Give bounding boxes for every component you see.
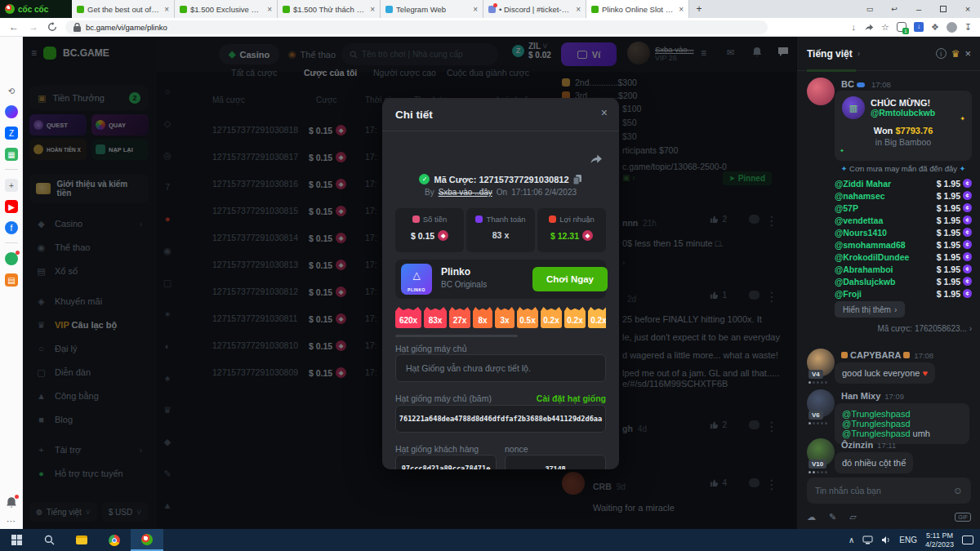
winners-show-more[interactable]: Hiển thị thêm› <box>835 301 905 318</box>
multiplier-chip[interactable]: 27x <box>449 307 470 328</box>
share-icon[interactable] <box>863 22 874 32</box>
cart-icon[interactable]: ▤ <box>5 273 18 287</box>
tab-close-icon[interactable]: × <box>370 5 375 14</box>
browser-tab[interactable]: $1.500 Thử thách Uy tín Plink× <box>278 0 381 18</box>
multiplier-chip[interactable]: 0.2x <box>564 307 586 328</box>
chat-input[interactable]: Tin nhắn của bạn ☺ <box>807 478 971 504</box>
pen-icon[interactable]: ✎ <box>829 512 836 522</box>
message-bub​ble[interactable]: @Trungleshpasd @Trungleshpasd @Trunglesh… <box>835 403 969 444</box>
rain-winner-row[interactable]: @nahamsec$ 1.95¢ <box>835 189 972 202</box>
server-seed-field[interactable]: Hạt Giống vẫn chưa được tiết lộ. <box>395 354 606 382</box>
minimize-button[interactable]: – <box>906 0 931 18</box>
history-icon[interactable]: ⟲ <box>5 84 18 97</box>
rain-winner-row[interactable]: @Nours1410$ 1.95¢ <box>835 226 972 238</box>
multiplier-chip[interactable]: 3x <box>495 307 514 328</box>
coccoc-taskbar-icon[interactable] <box>131 529 163 551</box>
bet-username[interactable]: Sxba vào ..đây <box>439 188 492 197</box>
bc-avatar[interactable] <box>807 78 835 105</box>
modal-share-icon[interactable] <box>588 152 603 168</box>
reload-button[interactable] <box>47 22 57 32</box>
hidden-icons-chevron[interactable]: ∧ <box>849 535 854 544</box>
start-button[interactable] <box>0 529 33 551</box>
server-seed-hash-field[interactable]: 761221a648dea4788d8d46dfdfaf2b3688eb4411… <box>395 405 606 433</box>
rain-winner-row[interactable]: @57P$ 1.95¢ <box>835 202 972 214</box>
action-center-icon[interactable] <box>962 535 973 544</box>
add-icon[interactable]: + <box>5 179 18 192</box>
file-explorer-icon[interactable] <box>65 529 98 551</box>
multiplier-chip[interactable]: 620x <box>395 307 421 328</box>
copy-icon[interactable] <box>573 175 582 184</box>
modal-close-icon[interactable]: × <box>601 106 608 119</box>
rain-winner-row[interactable]: @smohammad68$ 1.95¢ <box>835 238 972 251</box>
tab-close-icon[interactable]: × <box>576 5 581 14</box>
taskbar-clock[interactable]: 5:11 PM4/2/2023 <box>925 531 954 549</box>
coccoc-brand[interactable]: cốc cốc <box>0 0 72 18</box>
browser-tab[interactable]: Telegram Web× <box>381 0 483 18</box>
rain-drop-icon[interactable]: ☁ <box>807 512 816 522</box>
url-field[interactable]: bc.game/vi/game/plinko <box>65 20 768 34</box>
rain-winner-row[interactable]: @Froji$ 1.95¢ <box>835 287 972 300</box>
network-icon[interactable] <box>862 535 873 544</box>
play-now-button[interactable]: Chơi Ngay <box>532 267 608 291</box>
new-tab-button[interactable]: + <box>689 0 709 18</box>
multiplier-chip[interactable]: 0.5x <box>517 307 538 328</box>
chrome-icon[interactable] <box>98 529 131 551</box>
message-bub​ble[interactable]: good luck everyone ♥ <box>835 362 935 384</box>
plinko-tile-icon[interactable]: △ PLINKO <box>401 264 432 295</box>
rain-winner-row[interactable]: @vendettaa$ 1.95¢ <box>835 214 972 226</box>
tab-close-icon[interactable]: × <box>679 5 684 14</box>
browser-tab[interactable]: Get the best out of sports be× <box>72 0 175 18</box>
history-back-icon[interactable]: ↩ <box>882 0 906 18</box>
emoji-icon[interactable]: ☺ <box>953 485 963 496</box>
multiplier-chip[interactable]: 8x <box>473 307 492 328</box>
adblock-icon[interactable]: 1 <box>897 22 906 32</box>
browser-tab[interactable]: • Discord | #ticket-9088 | BC× <box>483 0 586 18</box>
bookmark-star-icon[interactable]: ☆ <box>881 22 889 33</box>
congrats-winner[interactable]: @Rmtolubckwb <box>871 108 935 118</box>
rain-winner-row[interactable]: @KrokodilDundee$ 1.95¢ <box>835 251 972 263</box>
messenger-icon[interactable] <box>5 105 18 118</box>
games-icon[interactable]: ▦ <box>5 148 18 161</box>
multiplier-chip[interactable]: 0.2x <box>588 307 606 328</box>
tab-close-icon[interactable]: × <box>473 5 478 14</box>
downloads-tray-icon[interactable]: ↧ <box>964 22 972 33</box>
chips-scrollbar[interactable] <box>395 335 518 337</box>
language-indicator[interactable]: ENG <box>899 535 917 544</box>
tab-close-icon[interactable]: × <box>267 5 272 14</box>
browser-tab[interactable]: Plinko Online Slot - Play onli× <box>586 0 689 18</box>
close-button[interactable]: × <box>956 0 980 18</box>
capture-icon[interactable] <box>5 252 18 265</box>
tab-close-icon[interactable]: × <box>164 5 169 14</box>
download-manager-icon[interactable]: ↓ <box>914 22 924 32</box>
extensions-icon[interactable]: ❖ <box>931 22 939 33</box>
rain-winner-row[interactable]: @Ziddi Mahar$ 1.95¢ <box>835 177 972 189</box>
message-bub​ble[interactable]: đó nhiều cột thế <box>835 452 913 473</box>
profile-avatar[interactable] <box>947 22 957 33</box>
rain-winner-row[interactable]: @Abrahamboi$ 1.95¢ <box>835 263 972 275</box>
sidebar-bell-icon[interactable] <box>6 496 17 512</box>
forward-button[interactable]: → <box>28 21 39 33</box>
maximize-button[interactable] <box>931 0 956 18</box>
back-button[interactable]: ← <box>8 21 20 33</box>
facebook-icon[interactable]: f <box>5 221 18 234</box>
client-seed-field[interactable]: 97ccc8d21a89cca78471e <box>395 455 497 469</box>
nonce-field[interactable]: 37148 <box>505 455 606 469</box>
gif-icon[interactable]: GIF <box>955 513 971 522</box>
volume-icon[interactable] <box>881 535 891 544</box>
youtube-icon[interactable]: ▶ <box>5 200 18 213</box>
trophy-icon[interactable]: ♛ <box>951 48 960 60</box>
reader-mode-icon[interactable]: ▭ <box>858 0 882 18</box>
browser-tab[interactable]: $1.500 Exclusive Weekend Pli× <box>175 0 278 18</box>
rain-winner-row[interactable]: @Dahslujckwb$ 1.95¢ <box>835 275 972 287</box>
chat-room-select[interactable]: Tiếng việt <box>807 48 853 60</box>
bet-ref-link[interactable]: Mã cược: 1762058623... › <box>835 324 972 333</box>
save-page-icon[interactable]: ↓ <box>852 22 857 32</box>
taskbar-search-icon[interactable] <box>33 529 65 551</box>
zalo-icon[interactable]: Z <box>5 127 18 140</box>
multiplier-chip[interactable]: 0.2x <box>541 307 562 328</box>
info-icon[interactable]: i <box>936 48 947 59</box>
seed-settings-link[interactable]: Cài đặt hạt giống <box>537 393 606 403</box>
multiplier-chip[interactable]: 83x <box>424 307 447 328</box>
sidebar-more-icon[interactable]: ⋯ <box>7 516 16 527</box>
chat-close-icon[interactable]: × <box>964 47 971 60</box>
